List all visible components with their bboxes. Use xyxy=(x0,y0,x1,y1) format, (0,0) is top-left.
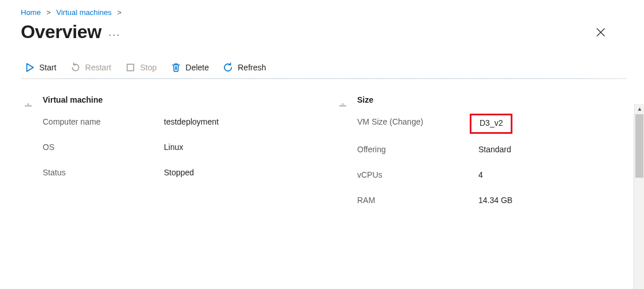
page-title: Overview xyxy=(21,21,102,43)
value-ram: 14.34 GB xyxy=(478,196,512,205)
label-vm-size-post: ) xyxy=(421,117,424,126)
label-offering: Offering xyxy=(357,145,478,154)
delete-button[interactable]: Delete xyxy=(171,62,209,73)
refresh-icon xyxy=(223,62,233,73)
svg-rect-3 xyxy=(127,64,133,70)
vm-size-highlight: D3_v2 xyxy=(470,114,512,134)
overview-page: Home > Virtual machines > Overview ··· S… xyxy=(0,0,627,289)
size-section: Size VM Size (Change) D3_v2 Offering Sta… xyxy=(335,93,627,221)
label-vcpus: vCPUs xyxy=(357,170,478,179)
trash-icon xyxy=(171,62,181,73)
row-vm-size: VM Size (Change) D3_v2 xyxy=(335,117,627,129)
vm-icon xyxy=(21,93,36,107)
start-label: Start xyxy=(39,63,57,72)
label-computer-name: Computer name xyxy=(43,117,164,126)
stop-icon xyxy=(125,62,136,73)
size-section-header: Size xyxy=(335,93,627,107)
title-row: Overview ··· xyxy=(21,21,627,43)
label-ram: RAM xyxy=(357,196,478,205)
row-computer-name: Computer name testdeployment xyxy=(21,117,312,126)
row-ram: RAM 14.34 GB xyxy=(335,196,627,205)
value-computer-name: testdeployment xyxy=(164,117,219,126)
value-os: Linux xyxy=(164,142,183,152)
breadcrumb-home[interactable]: Home xyxy=(21,8,41,17)
scroll-thumb[interactable] xyxy=(635,114,643,178)
row-status: Status Stopped xyxy=(21,168,312,177)
scrollbar[interactable]: ▲ xyxy=(634,114,644,289)
scroll-up-arrow-icon[interactable]: ▲ xyxy=(634,104,644,114)
breadcrumb-virtual-machines[interactable]: Virtual machines xyxy=(57,8,112,17)
vm-icon xyxy=(335,93,350,107)
refresh-label: Refresh xyxy=(238,63,266,72)
label-status: Status xyxy=(43,168,164,177)
restart-label: Restart xyxy=(85,63,111,72)
delete-label: Delete xyxy=(186,63,209,72)
row-vcpus: vCPUs 4 xyxy=(335,170,627,179)
value-status: Stopped xyxy=(164,168,194,177)
breadcrumb-sep-2: > xyxy=(117,8,122,17)
label-vm-size-pre: VM Size ( xyxy=(357,117,392,126)
content-area: Virtual machine Computer name testdeploy… xyxy=(21,93,627,221)
play-icon xyxy=(24,62,35,73)
restart-icon xyxy=(70,62,81,73)
restart-button: Restart xyxy=(70,62,111,73)
vm-section-title: Virtual machine xyxy=(43,95,103,104)
toolbar: Start Restart Stop Delete xyxy=(21,58,627,79)
vm-section: Virtual machine Computer name testdeploy… xyxy=(21,93,312,221)
value-vm-size: D3_v2 xyxy=(478,117,504,129)
label-os: OS xyxy=(43,142,164,152)
more-menu-button[interactable]: ··· xyxy=(108,29,121,40)
row-os: OS Linux xyxy=(21,142,312,152)
vm-section-header: Virtual machine xyxy=(21,93,312,107)
start-button[interactable]: Start xyxy=(24,62,57,73)
close-button[interactable] xyxy=(592,24,609,41)
breadcrumb-sep-1: > xyxy=(46,8,51,17)
value-offering: Standard xyxy=(478,145,511,154)
breadcrumb: Home > Virtual machines > xyxy=(21,8,627,17)
stop-button: Stop xyxy=(125,62,157,73)
size-section-title: Size xyxy=(357,95,373,104)
change-link[interactable]: Change xyxy=(392,117,421,126)
refresh-button[interactable]: Refresh xyxy=(223,62,266,73)
svg-marker-2 xyxy=(27,63,33,72)
stop-label: Stop xyxy=(140,63,157,72)
label-vm-size: VM Size (Change) xyxy=(357,117,478,129)
close-icon xyxy=(596,27,606,37)
value-vcpus: 4 xyxy=(478,170,483,179)
row-offering: Offering Standard xyxy=(335,145,627,154)
